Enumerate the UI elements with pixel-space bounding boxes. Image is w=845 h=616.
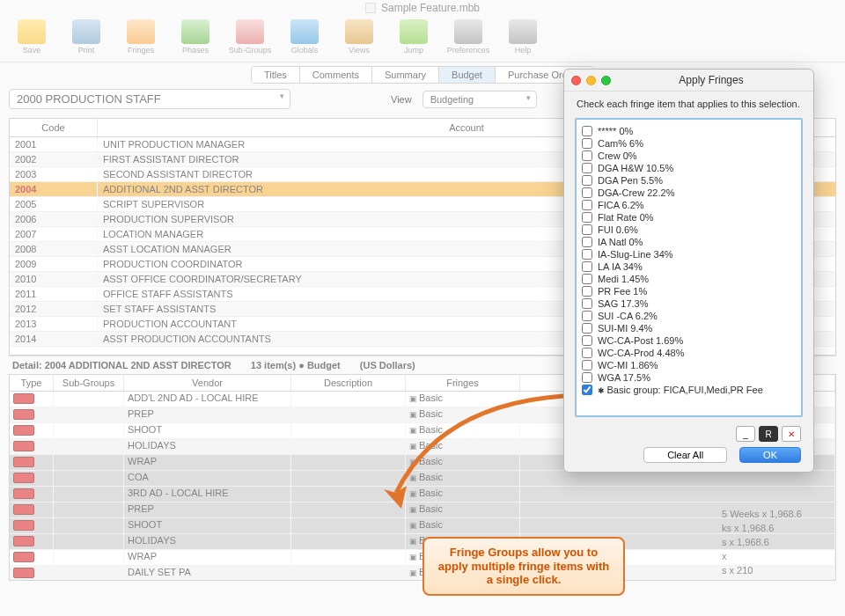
fringe-checkbox[interactable] [582, 150, 592, 161]
preferences-button[interactable]: Preferences [444, 19, 493, 55]
col-subgroups[interactable]: Sub-Groups [54, 375, 124, 391]
fringe-item[interactable]: LA IA 34% [580, 260, 797, 273]
fringe-item[interactable]: SUI -CA 6.2% [580, 310, 797, 322]
fringe-checkbox[interactable] [582, 298, 592, 309]
fringe-checkbox[interactable] [582, 175, 592, 186]
view-select[interactable]: Budgeting [422, 91, 537, 108]
fringe-item[interactable]: WC-CA-Post 1.69% [580, 334, 797, 347]
views-button[interactable]: Views [334, 19, 384, 55]
col-code[interactable]: Code [10, 119, 98, 136]
fringe-checkbox[interactable] [582, 126, 592, 136]
save-button[interactable]: Save [7, 19, 56, 55]
detail-fringe: Basic [406, 502, 520, 517]
print-button[interactable]: Print [62, 19, 111, 55]
jump-button[interactable]: Jump [389, 19, 438, 55]
fringe-checkbox[interactable] [582, 348, 592, 358]
fringe-item[interactable]: FICA 6.2% [580, 199, 797, 211]
detail-row[interactable]: 3RD AD - LOCAL HIRE Basic [10, 487, 835, 502]
minimize-icon[interactable] [586, 76, 596, 85]
fringe-item[interactable]: IA-Slug-Line 34% [580, 248, 797, 260]
detail-row[interactable]: COA Basic [10, 471, 835, 487]
tab-summary[interactable]: Summary [372, 67, 439, 83]
tab-budget[interactable]: Budget [439, 67, 496, 83]
col-fringes[interactable]: Fringes [406, 375, 520, 391]
fringe-label: FICA 6.2% [598, 200, 644, 210]
fringe-checkbox[interactable] [582, 372, 592, 383]
fringe-item[interactable]: Crew 0% [580, 150, 797, 162]
subgroups-button-icon [236, 19, 264, 44]
col-vendor[interactable]: Vendor [124, 375, 291, 391]
fringe-item[interactable]: DGA Pen 5.5% [580, 174, 797, 187]
fringe-item[interactable]: WGA 17.5% [580, 371, 797, 384]
col-description[interactable]: Description [291, 375, 406, 391]
col-type[interactable]: Type [10, 375, 54, 391]
category-select[interactable]: 2000 PRODUCTION STAFF [9, 89, 290, 109]
fringe-item[interactable]: Medi 1.45% [580, 273, 797, 285]
help-button[interactable]: Help [498, 19, 547, 55]
fringe-item[interactable]: PR Fee 1% [580, 285, 797, 297]
delete-button[interactable]: ✕ [782, 426, 801, 442]
detail-subgroup [54, 518, 124, 533]
main-toolbar: Save Print Fringes Phases Sub-Groups Glo… [0, 16, 845, 62]
fringe-item[interactable]: SAG 17.3% [580, 297, 797, 310]
fringe-item[interactable]: WC-CA-Prod 4.48% [580, 347, 797, 359]
detail-vendor: DAILY SET PA [124, 566, 291, 581]
views-button-label: Views [349, 46, 370, 55]
fringe-item[interactable]: IA Natl 0% [580, 236, 797, 248]
fringe-checkbox[interactable] [582, 187, 592, 198]
fringe-item[interactable]: WC-MI 1.86% [580, 359, 797, 371]
expand-button[interactable]: ⎯ [736, 426, 755, 442]
type-chit-icon [13, 520, 34, 531]
fringe-checkbox[interactable] [582, 212, 592, 223]
preferences-button-label: Preferences [447, 46, 490, 55]
fringe-checkbox[interactable] [582, 311, 592, 321]
tab-titles[interactable]: Titles [252, 67, 300, 83]
fringe-checkbox[interactable] [582, 224, 592, 235]
tab-comments[interactable]: Comments [300, 67, 372, 83]
fringe-item[interactable]: Basic group: FICA,FUI,Medi,PR Fee [580, 384, 797, 396]
detail-subgroup [54, 566, 124, 581]
clear-all-button[interactable]: Clear All [643, 447, 727, 463]
fringe-checkbox[interactable] [582, 274, 592, 284]
fringe-item[interactable]: DGA H&W 10.5% [580, 162, 797, 174]
fringe-item[interactable]: DGA-Crew 22.2% [580, 187, 797, 199]
fringe-item[interactable]: SUI-MI 9.4% [580, 322, 797, 334]
reset-button[interactable]: R [759, 426, 778, 442]
fringe-list[interactable]: ***** 0%Cam% 6%Crew 0%DGA H&W 10.5%DGA P… [575, 118, 803, 417]
fringe-checkbox[interactable] [582, 163, 592, 173]
fringe-checkbox[interactable] [582, 249, 592, 260]
fringe-checkbox[interactable] [582, 200, 592, 210]
fringe-checkbox[interactable] [582, 286, 592, 297]
fringe-checkbox[interactable] [582, 261, 592, 272]
fringe-item[interactable]: Flat Rate 0% [580, 211, 797, 224]
peek-amount: x [722, 549, 802, 563]
detail-row[interactable]: PREP Basic [10, 502, 835, 518]
fringe-item[interactable]: Cam% 6% [580, 137, 797, 150]
fringe-label: Flat Rate 0% [598, 212, 654, 223]
close-icon[interactable] [571, 76, 581, 85]
fringe-checkbox[interactable] [582, 237, 592, 247]
fringe-checkbox[interactable] [582, 360, 592, 370]
type-chit-icon [13, 457, 34, 467]
fringes-button[interactable]: Fringes [116, 19, 165, 55]
fringe-item[interactable]: FUI 0.6% [580, 224, 797, 236]
fringe-item[interactable]: ***** 0% [580, 125, 797, 137]
globals-button[interactable]: Globals [280, 19, 329, 55]
fringe-label: Crew 0% [598, 150, 637, 161]
detail-fringe: Basic [406, 518, 520, 533]
phases-button[interactable]: Phases [171, 19, 220, 55]
detail-row[interactable]: SHOOT Basic [10, 518, 835, 534]
peek-amount: 5 Weeks x 1,968.6 [722, 507, 802, 521]
ok-button[interactable]: OK [739, 447, 801, 463]
fringe-checkbox[interactable] [582, 385, 592, 395]
detail-type [10, 455, 54, 470]
fringe-checkbox[interactable] [582, 138, 592, 149]
preferences-button-icon [454, 19, 482, 44]
section-tabs: TitlesCommentsSummaryBudgetPurchase Orde… [251, 66, 594, 84]
dialog-title: Apply Fringes [616, 74, 806, 86]
fringe-checkbox[interactable] [582, 323, 592, 334]
subgroups-button[interactable]: Sub-Groups [225, 19, 275, 55]
fringe-label: WC-MI 1.86% [598, 360, 658, 370]
zoom-icon[interactable] [601, 76, 611, 85]
fringe-checkbox[interactable] [582, 335, 592, 346]
